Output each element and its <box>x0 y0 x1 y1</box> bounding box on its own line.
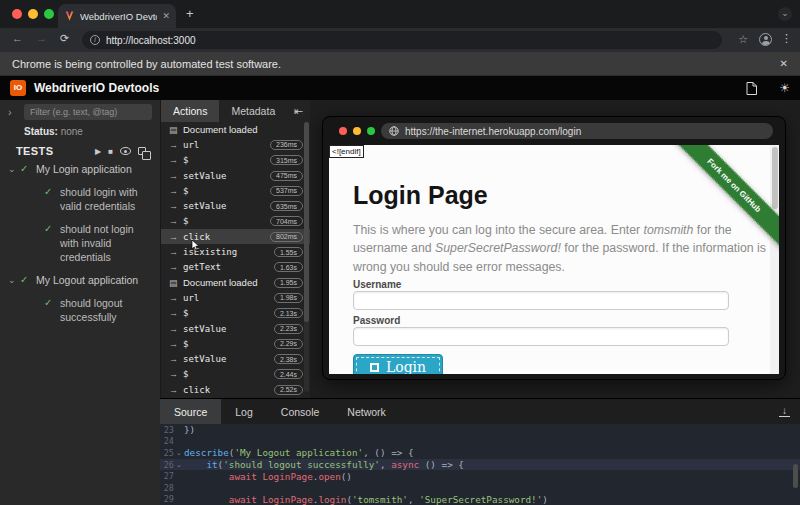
fold-chevron-icon[interactable]: ⌄ <box>174 449 184 457</box>
action-duration-badge: 315ms <box>270 155 303 165</box>
test-tree: ⌄✓My Login application✓should login with… <box>0 162 160 333</box>
stop-tests-icon[interactable]: ■ <box>108 147 113 156</box>
test-case-row[interactable]: ✓should login with valid credentials <box>0 185 160 213</box>
action-row[interactable]: →$537ms <box>161 183 311 198</box>
maximize-window-button[interactable] <box>44 9 54 19</box>
code-line[interactable]: 23}) <box>160 424 800 436</box>
address-bar[interactable]: i http://localhost:3000 <box>82 31 722 49</box>
code-token: () <box>341 471 352 482</box>
pass-check-icon: ✓ <box>20 162 36 176</box>
tab-metadata[interactable]: Metadata <box>219 100 287 122</box>
automation-banner-text: Chrome is being controlled by automated … <box>12 58 780 70</box>
preview-page-scrollbar[interactable] <box>770 145 779 374</box>
code-line[interactable]: 25⌄describe('My Logout application', () … <box>160 447 800 459</box>
action-duration-badge: 2.52s <box>274 385 303 395</box>
code-token: await <box>229 471 257 482</box>
action-row[interactable]: →click2.52s <box>161 382 311 397</box>
watch-eye-icon[interactable] <box>120 147 131 155</box>
password-field[interactable] <box>353 327 729 346</box>
code-line[interactable]: 24 <box>160 436 800 448</box>
reload-icon[interactable]: ⟳ <box>60 32 69 45</box>
theme-toggle-sun-icon[interactable]: ☀ <box>779 82 790 94</box>
back-icon[interactable]: ← <box>12 32 23 44</box>
pass-check-icon: ✓ <box>20 273 36 287</box>
credential-text: tomsmith <box>644 223 694 237</box>
test-case-row[interactable]: ✓should logout successfully <box>0 296 160 324</box>
report-document-icon[interactable] <box>746 82 757 95</box>
code-token: login <box>318 494 346 505</box>
new-tab-button[interactable]: + <box>186 7 194 21</box>
login-button-icon <box>370 363 379 372</box>
filter-input[interactable] <box>24 104 152 120</box>
action-row[interactable]: →getText1.63s <box>161 260 311 275</box>
banner-close-icon[interactable]: ✕ <box>780 58 788 69</box>
action-label: $ <box>183 369 274 379</box>
collapse-panel-icon[interactable]: ⇤ <box>294 100 311 122</box>
action-row[interactable]: →$2.13s <box>161 306 311 321</box>
code-line[interactable]: 29 await LoginPage.login('tomsmith', 'Su… <box>160 494 800 505</box>
bookmark-star-icon[interactable]: ☆ <box>738 33 748 46</box>
pass-check-icon: ✓ <box>44 185 60 213</box>
tab-log[interactable]: Log <box>221 399 267 424</box>
action-row[interactable]: →$704ms <box>161 214 311 229</box>
code-line[interactable]: 28 <box>160 482 800 494</box>
code-line[interactable]: 27 await LoginPage.open() <box>160 470 800 482</box>
action-row[interactable]: →$315ms <box>161 153 311 168</box>
forward-icon[interactable]: → <box>36 32 47 44</box>
code-scrollbar[interactable] <box>793 464 798 488</box>
download-icon[interactable]: ↓ <box>779 406 790 417</box>
fold-chevron-icon[interactable]: ⌄ <box>174 461 184 469</box>
action-row[interactable]: →$2.44s <box>161 367 311 382</box>
browser-toolbar: ← → ⟳ i http://localhost:3000 ☆ ⋮ <box>0 28 800 52</box>
action-label: setValue <box>183 354 274 364</box>
chevron-down-icon[interactable]: ⌄ <box>0 162 20 176</box>
tab-source[interactable]: Source <box>160 399 221 424</box>
chevron-down-icon[interactable]: ⌄ <box>0 273 20 287</box>
profile-avatar-icon[interactable] <box>759 33 772 46</box>
action-row[interactable]: →setValue635ms <box>161 198 311 213</box>
action-label: setValue <box>183 324 274 334</box>
document-loaded-icon: ▤ <box>169 278 183 288</box>
site-info-icon[interactable]: i <box>90 35 100 45</box>
action-row[interactable]: →$2.29s <box>161 336 311 351</box>
action-row[interactable]: →isExisting1.55s <box>161 244 311 259</box>
command-arrow-icon: → <box>169 262 183 272</box>
test-suite-row[interactable]: ⌄✓My Logout application <box>0 273 160 287</box>
minimize-window-button[interactable] <box>28 9 38 19</box>
test-case-row[interactable]: ✓should not login with invalid credentia… <box>0 222 160 264</box>
action-row[interactable]: →click802ms <box>161 229 311 244</box>
browser-tab[interactable]: WebdriverIO Devtools ✕ <box>58 4 176 28</box>
username-field[interactable] <box>353 291 729 310</box>
action-row[interactable]: ▤Document loaded1.95s <box>161 275 311 290</box>
code-line[interactable]: 26⌄ it('should logout successfully', asy… <box>160 459 800 471</box>
login-button[interactable]: Login <box>353 354 443 374</box>
actions-scrollbar[interactable] <box>304 122 309 392</box>
line-number: 23 <box>160 425 174 435</box>
line-number: 27 <box>160 471 174 481</box>
endif-comment-text: <![endif] <box>329 145 364 158</box>
tests-sidebar: › Status: none TESTS ▶ ■ ⌄✓My Login appl… <box>0 100 160 505</box>
action-row[interactable]: →url236ms <box>161 137 311 152</box>
username-label: Username <box>353 279 401 290</box>
action-label: $ <box>183 155 270 165</box>
tab-search-chevron-icon[interactable]: ⌄ <box>778 7 792 21</box>
code-token: 'SuperSecretPassword!' <box>419 494 542 505</box>
action-row[interactable]: →setValue2.38s <box>161 351 311 366</box>
browser-menu-icon[interactable]: ⋮ <box>781 32 792 45</box>
sidebar-collapse-chevron-icon[interactable]: › <box>8 106 12 118</box>
test-suite-row[interactable]: ⌄✓My Login application <box>0 162 160 176</box>
tab-network[interactable]: Network <box>333 399 400 424</box>
close-window-button[interactable] <box>12 9 22 19</box>
tab-actions[interactable]: Actions <box>161 100 219 122</box>
tab-close-icon[interactable]: ✕ <box>162 11 170 21</box>
tab-console[interactable]: Console <box>267 399 334 424</box>
action-label: $ <box>183 186 270 196</box>
action-row[interactable]: →url1.98s <box>161 290 311 305</box>
preview-minimize-dot <box>353 127 361 135</box>
action-row[interactable]: ▤Document loaded <box>161 122 311 137</box>
action-row[interactable]: →setValue2.23s <box>161 321 311 336</box>
action-row[interactable]: →setValue475ms <box>161 168 311 183</box>
run-tests-play-icon[interactable]: ▶ <box>95 147 101 156</box>
action-duration-badge: 2.23s <box>274 324 303 334</box>
copy-layers-icon[interactable] <box>138 147 146 155</box>
